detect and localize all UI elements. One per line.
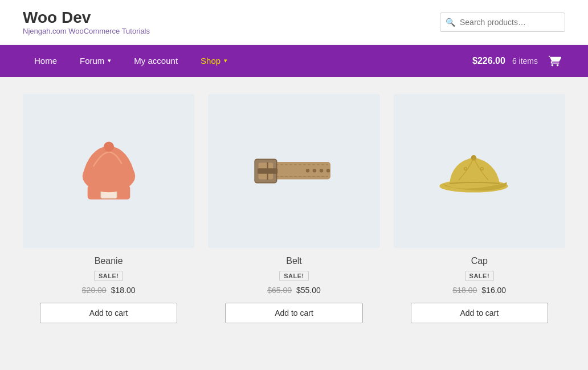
product-card-cap: Cap SALE! $18.00 $16.00 Add to cart	[394, 94, 565, 323]
products-grid: Beanie SALE! $20.00 $18.00 Add to cart	[23, 94, 565, 323]
site-branding: Woo Dev Njengah.com WooCommerce Tutorial…	[23, 9, 150, 35]
sale-badge-cap: SALE!	[465, 271, 495, 281]
cap-image	[434, 125, 525, 217]
product-image-cap	[394, 94, 565, 248]
sale-badge-belt: SALE!	[279, 271, 309, 281]
sale-badge-beanie: SALE!	[94, 271, 124, 281]
product-name-cap: Cap	[471, 256, 488, 266]
svg-point-14	[326, 169, 330, 172]
cart-total: $226.00	[472, 56, 505, 66]
search-wrap: 🔍	[440, 13, 565, 32]
main-content: Beanie SALE! $20.00 $18.00 Add to cart	[0, 77, 588, 362]
chevron-down-icon: ▾	[108, 57, 111, 64]
cart-area: $226.00 6 items	[472, 51, 565, 71]
svg-point-3	[104, 141, 114, 152]
product-image-beanie	[23, 94, 194, 248]
svg-point-16	[471, 155, 477, 161]
product-name-beanie: Beanie	[95, 256, 123, 266]
price-sale-belt: $55.00	[296, 286, 321, 295]
nav-item-myaccount[interactable]: My account	[122, 45, 189, 77]
product-image-belt	[208, 94, 379, 248]
svg-point-13	[320, 169, 323, 172]
chevron-down-icon: ▾	[224, 57, 227, 64]
nav-item-shop[interactable]: Shop ▾	[189, 45, 239, 77]
nav-items: Home Forum ▾ My account Shop ▾	[23, 45, 472, 77]
site-header: Woo Dev Njengah.com WooCommerce Tutorial…	[0, 0, 588, 45]
product-pricing-beanie: $20.00 $18.00	[82, 286, 136, 295]
svg-point-12	[313, 169, 316, 172]
site-nav: Home Forum ▾ My account Shop ▾ $226.00 6…	[0, 45, 588, 77]
nav-item-home[interactable]: Home	[23, 45, 68, 77]
cart-icon[interactable]	[545, 51, 565, 71]
price-sale-beanie: $18.00	[111, 286, 136, 295]
price-sale-cap: $16.00	[481, 286, 506, 295]
cart-count: 6 items	[512, 56, 538, 66]
product-card-beanie: Beanie SALE! $20.00 $18.00 Add to cart	[23, 94, 194, 323]
price-original-beanie: $20.00	[82, 286, 107, 295]
add-to-cart-cap[interactable]: Add to cart	[411, 303, 548, 323]
add-to-cart-belt[interactable]: Add to cart	[225, 303, 362, 323]
svg-point-11	[306, 169, 309, 172]
price-original-belt: $65.00	[267, 286, 292, 295]
product-pricing-belt: $65.00 $55.00	[267, 286, 321, 295]
add-to-cart-beanie[interactable]: Add to cart	[40, 303, 177, 323]
beanie-image	[63, 125, 154, 217]
product-card-belt: Belt SALE! $65.00 $55.00 Add to cart	[208, 94, 379, 323]
product-pricing-cap: $18.00 $16.00	[453, 286, 507, 295]
search-input[interactable]	[440, 13, 565, 32]
search-icon: 🔍	[446, 18, 455, 27]
product-name-belt: Belt	[286, 256, 302, 266]
site-tagline: Njengah.com WooCommerce Tutorials	[23, 27, 150, 35]
price-original-cap: $18.00	[453, 286, 477, 295]
belt-image	[248, 125, 340, 217]
nav-item-forum[interactable]: Forum ▾	[68, 45, 122, 77]
cart-svg	[549, 55, 561, 67]
site-title: Woo Dev	[23, 9, 150, 27]
